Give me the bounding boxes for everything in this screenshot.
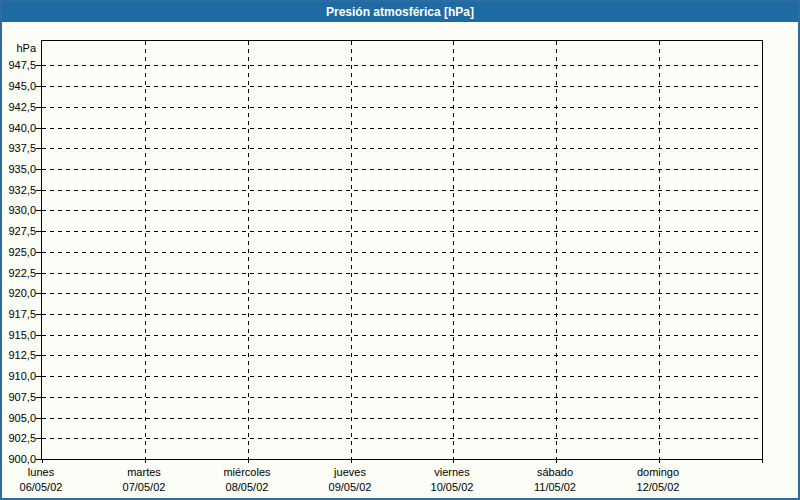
y-gridline	[42, 376, 762, 377]
x-axis-date-label: 11/05/02	[500, 481, 610, 494]
y-gridline	[42, 148, 762, 149]
x-tick-mark	[556, 459, 557, 463]
y-gridline	[42, 86, 762, 87]
y-tick-mark	[36, 107, 41, 108]
y-gridline	[42, 231, 762, 232]
y-gridline	[42, 355, 762, 356]
y-tick-mark	[36, 438, 41, 439]
y-tick-mark	[36, 273, 41, 274]
x-tick-mark	[248, 459, 249, 463]
y-tick-label: 927,5	[0, 225, 36, 237]
plot-area	[41, 40, 763, 460]
y-gridline	[42, 65, 762, 66]
x-axis-day-label: lunes	[0, 466, 96, 479]
x-gridline	[248, 41, 249, 459]
y-gridline	[42, 169, 762, 170]
y-gridline	[42, 252, 762, 253]
chart-titlebar: Presión atmosférica [hPa]	[2, 2, 798, 22]
x-axis-day-label: jueves	[295, 466, 405, 479]
y-gridline	[42, 107, 762, 108]
y-axis-unit-label: hPa	[0, 42, 36, 54]
y-gridline	[42, 190, 762, 191]
y-tick-label: 922,5	[0, 267, 36, 279]
y-tick-label: 930,0	[0, 204, 36, 216]
x-tick-mark	[453, 459, 454, 463]
y-tick-label: 925,0	[0, 246, 36, 258]
x-axis-date-label: 08/05/02	[192, 481, 302, 494]
y-tick-label: 907,5	[0, 391, 36, 403]
y-tick-label: 947,5	[0, 59, 36, 71]
x-gridline	[351, 41, 352, 459]
y-tick-mark	[36, 128, 41, 129]
y-tick-mark	[36, 418, 41, 419]
y-tick-mark	[36, 252, 41, 253]
y-tick-mark	[36, 397, 41, 398]
y-tick-mark	[36, 190, 41, 191]
y-gridline	[42, 335, 762, 336]
y-gridline	[42, 128, 762, 129]
x-axis-date-label: 12/05/02	[603, 481, 713, 494]
y-gridline	[42, 397, 762, 398]
x-gridline	[145, 41, 146, 459]
y-tick-label: 912,5	[0, 349, 36, 361]
x-axis-day-label: martes	[89, 466, 199, 479]
y-tick-mark	[36, 459, 41, 460]
y-tick-mark	[36, 210, 41, 211]
y-tick-label: 915,0	[0, 329, 36, 341]
y-tick-mark	[36, 376, 41, 377]
y-tick-label: 940,0	[0, 122, 36, 134]
x-axis-date-label: 07/05/02	[89, 481, 199, 494]
y-tick-mark	[36, 169, 41, 170]
y-gridline	[42, 210, 762, 211]
x-axis-day-label: miércoles	[192, 466, 302, 479]
y-tick-label: 937,5	[0, 142, 36, 154]
x-tick-mark	[145, 459, 146, 463]
chart-title: Presión atmosférica [hPa]	[326, 5, 474, 19]
y-gridline	[42, 293, 762, 294]
y-tick-mark	[36, 231, 41, 232]
y-tick-label: 945,0	[0, 80, 36, 92]
x-tick-mark	[659, 459, 660, 463]
y-tick-label: 942,5	[0, 101, 36, 113]
y-tick-mark	[36, 86, 41, 87]
x-axis-day-label: domingo	[603, 466, 713, 479]
y-tick-mark	[36, 293, 41, 294]
y-gridline	[42, 273, 762, 274]
y-tick-mark	[36, 335, 41, 336]
y-gridline	[42, 314, 762, 315]
y-tick-mark	[36, 65, 41, 66]
y-tick-label: 917,5	[0, 308, 36, 320]
y-tick-label: 905,0	[0, 412, 36, 424]
x-axis-date-label: 09/05/02	[295, 481, 405, 494]
x-tick-mark	[351, 459, 352, 463]
y-tick-label: 902,5	[0, 432, 36, 444]
x-gridline	[659, 41, 660, 459]
x-axis-day-label: viernes	[397, 466, 507, 479]
y-gridline	[42, 438, 762, 439]
pressure-chart-window: Presión atmosférica [hPa] hPa 900,0902,5…	[0, 0, 800, 500]
y-tick-label: 920,0	[0, 287, 36, 299]
x-axis-day-label: sábado	[500, 466, 610, 479]
x-gridline	[453, 41, 454, 459]
x-tick-mark	[42, 459, 43, 463]
y-tick-label: 932,5	[0, 184, 36, 196]
x-gridline	[556, 41, 557, 459]
y-tick-label: 900,0	[0, 453, 36, 465]
y-tick-mark	[36, 148, 41, 149]
y-tick-mark	[36, 314, 41, 315]
x-axis-date-label: 06/05/02	[0, 481, 96, 494]
x-tick-mark	[762, 459, 763, 463]
y-tick-label: 935,0	[0, 163, 36, 175]
x-axis-date-label: 10/05/02	[397, 481, 507, 494]
y-gridline	[42, 418, 762, 419]
y-tick-mark	[36, 355, 41, 356]
y-tick-label: 910,0	[0, 370, 36, 382]
